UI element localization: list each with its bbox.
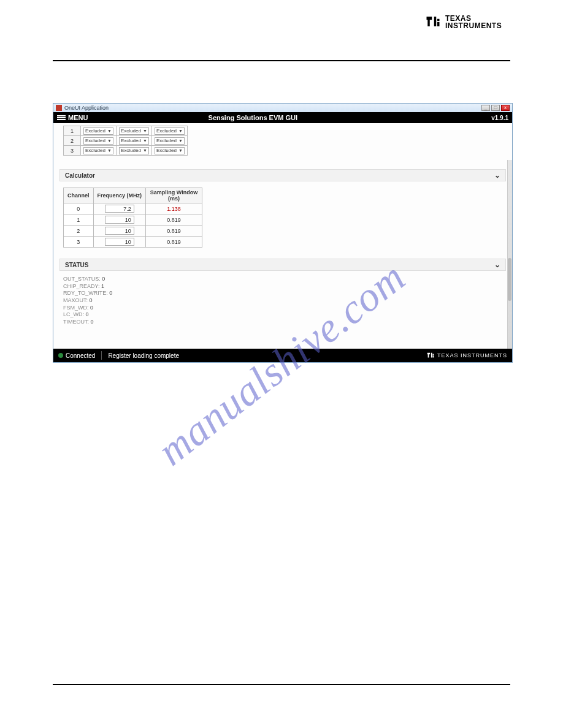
- col-channel: Channel: [64, 188, 94, 203]
- window-buttons: _ □ x: [481, 105, 510, 111]
- chevron-down-icon: ⌄: [494, 171, 500, 180]
- footer-divider: [101, 351, 102, 360]
- frequency-input[interactable]: 10: [105, 227, 134, 235]
- doc-ti-logo: TEXAS INSTRUMENTS: [424, 11, 510, 33]
- channel-cell: 2: [64, 226, 94, 237]
- chevron-down-icon: ⌄: [494, 260, 500, 269]
- footer-ti-logo: TEXAS INSTRUMENTS: [426, 351, 507, 360]
- ti-logo-icon: [426, 351, 435, 360]
- channel-cell: 1: [64, 126, 81, 136]
- footer-brand-text: TEXAS INSTRUMENTS: [437, 352, 507, 358]
- table-row: 0 7.2 1.138: [64, 203, 202, 214]
- table-row: 2 10 0.819: [64, 226, 202, 237]
- frequency-input[interactable]: 10: [105, 238, 134, 246]
- excluded-select[interactable]: Excluded: [155, 137, 185, 145]
- calculator-section-header[interactable]: Calculator ⌄: [59, 169, 506, 181]
- sampling-window-cell: 0.819: [146, 226, 202, 237]
- table-row: 1 10 0.819: [64, 214, 202, 226]
- app-menubar: MENU Sensing Solutions EVM GUI v1.9.1: [53, 112, 512, 123]
- col-frequency: Frequency (MHz): [93, 188, 146, 203]
- status-title: STATUS: [65, 262, 89, 268]
- table-row: 3 10 0.819: [64, 237, 202, 248]
- status-item: RDY_TO_WRITE: 0: [63, 290, 506, 297]
- table-row: 3 Excluded Excluded Excluded: [64, 146, 188, 156]
- channel-cell: 1: [64, 214, 94, 226]
- calculator-title: Calculator: [65, 172, 95, 179]
- table-row: 2 Excluded Excluded Excluded: [64, 136, 188, 146]
- channel-cell: 3: [64, 146, 81, 156]
- status-item: MAXOUT: 0: [63, 297, 506, 305]
- status-item: FSM_WD: 0: [63, 305, 506, 312]
- status-section-header[interactable]: STATUS ⌄: [59, 259, 506, 271]
- app-body: 1 Excluded Excluded Excluded 2 Excluded …: [53, 123, 512, 349]
- excluded-table: 1 Excluded Excluded Excluded 2 Excluded …: [63, 126, 188, 156]
- connection-dot-icon: [58, 353, 63, 358]
- app-footer: Connected Register loading complete TEXA…: [53, 349, 512, 362]
- excluded-select[interactable]: Excluded: [155, 147, 185, 154]
- excluded-select[interactable]: Excluded: [119, 127, 149, 135]
- window-title: OneUI Application: [64, 105, 481, 111]
- app-screenshot: OneUI Application _ □ x MENU Sensing Sol…: [53, 103, 513, 363]
- excluded-select[interactable]: Excluded: [119, 147, 149, 154]
- table-row: 1 Excluded Excluded Excluded: [64, 126, 188, 136]
- channel-cell: 0: [64, 203, 94, 214]
- scrollbar-thumb[interactable]: [508, 258, 511, 301]
- sampling-window-cell: 0.819: [146, 237, 202, 248]
- ti-logo-icon: [424, 13, 442, 31]
- window-icon: [56, 105, 62, 111]
- channel-cell: 2: [64, 136, 81, 146]
- frequency-input[interactable]: 7.2: [105, 205, 134, 213]
- excluded-select[interactable]: Excluded: [155, 127, 185, 135]
- window-maximize-button[interactable]: □: [491, 105, 500, 111]
- excluded-select[interactable]: Excluded: [83, 127, 113, 135]
- window-close-button[interactable]: x: [501, 105, 510, 111]
- status-item: OUT_STATUS: 0: [63, 276, 506, 283]
- status-item: LC_WD: 0: [63, 311, 506, 319]
- status-item: TIMEOUT: 0: [63, 319, 506, 326]
- sampling-window-cell: 1.138: [146, 203, 202, 214]
- app-version: v1.9.1: [491, 115, 508, 121]
- connected-label: Connected: [66, 352, 95, 359]
- status-item: CHIP_READY: 1: [63, 283, 506, 290]
- excluded-select[interactable]: Excluded: [83, 137, 113, 145]
- doc-header-rule: [53, 60, 510, 61]
- channel-cell: 3: [64, 237, 94, 248]
- app-title: Sensing Solutions EVM GUI: [51, 114, 454, 121]
- sampling-window-cell: 0.819: [146, 214, 202, 226]
- footer-message: Register loading complete: [108, 352, 179, 359]
- scrollbar[interactable]: [507, 160, 512, 349]
- window-minimize-button[interactable]: _: [481, 105, 490, 111]
- calculator-table: Channel Frequency (MHz) Sampling Window …: [63, 188, 202, 248]
- excluded-select[interactable]: Excluded: [119, 137, 149, 145]
- window-titlebar[interactable]: OneUI Application _ □ x: [53, 104, 512, 112]
- excluded-select[interactable]: Excluded: [83, 147, 113, 154]
- ti-text-2: INSTRUMENTS: [445, 22, 502, 29]
- col-sampling-window: Sampling Window (ms): [146, 188, 202, 203]
- table-header-row: Channel Frequency (MHz) Sampling Window …: [64, 188, 202, 203]
- doc-footer-rule: [53, 684, 510, 685]
- ti-logo-text: TEXAS INSTRUMENTS: [445, 15, 502, 29]
- status-list: OUT_STATUS: 0 CHIP_READY: 1 RDY_TO_WRITE…: [63, 276, 506, 326]
- frequency-input[interactable]: 10: [105, 216, 134, 224]
